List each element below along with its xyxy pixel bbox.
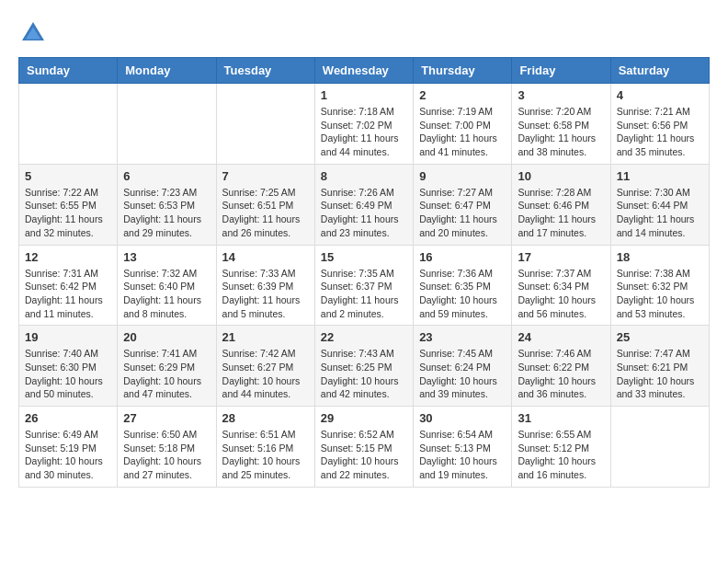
calendar-cell: 16Sunrise: 7:36 AMSunset: 6:35 PMDayligh… — [414, 245, 512, 326]
day-info: Sunrise: 7:43 AMSunset: 6:25 PMDaylight:… — [321, 347, 407, 401]
calendar-cell: 7Sunrise: 7:25 AMSunset: 6:51 PMDaylight… — [216, 164, 314, 245]
calendar-cell: 28Sunrise: 6:51 AMSunset: 5:16 PMDayligh… — [216, 407, 314, 488]
day-number: 7 — [222, 169, 309, 183]
calendar-cell: 3Sunrise: 7:20 AMSunset: 6:58 PMDaylight… — [512, 84, 610, 165]
calendar-table: SundayMondayTuesdayWednesdayThursdayFrid… — [18, 57, 710, 488]
calendar-header-sunday: Sunday — [19, 58, 118, 84]
day-number: 16 — [419, 250, 506, 264]
calendar-header-saturday: Saturday — [610, 58, 709, 84]
calendar-cell: 5Sunrise: 7:22 AMSunset: 6:55 PMDaylight… — [19, 164, 118, 245]
calendar-cell: 26Sunrise: 6:49 AMSunset: 5:19 PMDayligh… — [19, 407, 118, 488]
day-number: 23 — [419, 330, 506, 344]
day-info: Sunrise: 6:54 AMSunset: 5:13 PMDaylight:… — [419, 428, 506, 482]
day-info: Sunrise: 7:28 AMSunset: 6:46 PMDaylight:… — [518, 186, 604, 240]
calendar-week-row: 12Sunrise: 7:31 AMSunset: 6:42 PMDayligh… — [19, 245, 710, 326]
day-number: 25 — [617, 330, 703, 344]
day-info: Sunrise: 6:55 AMSunset: 5:12 PMDaylight:… — [518, 428, 604, 482]
calendar-cell: 27Sunrise: 6:50 AMSunset: 5:18 PMDayligh… — [118, 407, 216, 488]
day-info: Sunrise: 7:18 AMSunset: 7:02 PMDaylight:… — [321, 105, 407, 159]
calendar-cell: 31Sunrise: 6:55 AMSunset: 5:12 PMDayligh… — [512, 407, 610, 488]
day-number: 1 — [321, 88, 407, 102]
calendar-cell — [216, 84, 314, 165]
day-number: 19 — [25, 330, 111, 344]
calendar-cell: 20Sunrise: 7:41 AMSunset: 6:29 PMDayligh… — [118, 326, 216, 407]
calendar-cell: 24Sunrise: 7:46 AMSunset: 6:22 PMDayligh… — [512, 326, 610, 407]
calendar-cell: 9Sunrise: 7:27 AMSunset: 6:47 PMDaylight… — [414, 164, 512, 245]
calendar-cell: 1Sunrise: 7:18 AMSunset: 7:02 PMDaylight… — [314, 84, 413, 165]
day-info: Sunrise: 7:41 AMSunset: 6:29 PMDaylight:… — [123, 347, 210, 401]
calendar-header-row: SundayMondayTuesdayWednesdayThursdayFrid… — [19, 58, 710, 84]
logo-icon — [18, 18, 48, 48]
day-number: 3 — [518, 88, 604, 102]
calendar-cell: 15Sunrise: 7:35 AMSunset: 6:37 PMDayligh… — [314, 245, 413, 326]
day-number: 8 — [321, 169, 407, 183]
calendar-cell: 23Sunrise: 7:45 AMSunset: 6:24 PMDayligh… — [414, 326, 512, 407]
calendar-cell: 22Sunrise: 7:43 AMSunset: 6:25 PMDayligh… — [314, 326, 413, 407]
calendar-cell: 4Sunrise: 7:21 AMSunset: 6:56 PMDaylight… — [610, 84, 709, 165]
day-info: Sunrise: 7:22 AMSunset: 6:55 PMDaylight:… — [25, 186, 111, 240]
calendar-cell — [610, 407, 709, 488]
day-info: Sunrise: 7:42 AMSunset: 6:27 PMDaylight:… — [222, 347, 309, 401]
calendar-cell: 17Sunrise: 7:37 AMSunset: 6:34 PMDayligh… — [512, 245, 610, 326]
day-number: 9 — [419, 169, 506, 183]
day-info: Sunrise: 7:31 AMSunset: 6:42 PMDaylight:… — [25, 267, 111, 321]
day-info: Sunrise: 7:25 AMSunset: 6:51 PMDaylight:… — [222, 186, 309, 240]
calendar-cell: 30Sunrise: 6:54 AMSunset: 5:13 PMDayligh… — [414, 407, 512, 488]
calendar-week-row: 19Sunrise: 7:40 AMSunset: 6:30 PMDayligh… — [19, 326, 710, 407]
calendar-cell: 6Sunrise: 7:23 AMSunset: 6:53 PMDaylight… — [118, 164, 216, 245]
day-number: 10 — [518, 169, 604, 183]
day-number: 14 — [222, 250, 309, 264]
day-number: 4 — [617, 88, 703, 102]
day-number: 18 — [617, 250, 703, 264]
day-number: 28 — [222, 411, 309, 425]
calendar-week-row: 26Sunrise: 6:49 AMSunset: 5:19 PMDayligh… — [19, 407, 710, 488]
day-info: Sunrise: 7:38 AMSunset: 6:32 PMDaylight:… — [617, 267, 703, 321]
day-number: 17 — [518, 250, 604, 264]
day-info: Sunrise: 7:36 AMSunset: 6:35 PMDaylight:… — [419, 267, 506, 321]
day-number: 31 — [518, 411, 604, 425]
calendar-cell: 12Sunrise: 7:31 AMSunset: 6:42 PMDayligh… — [19, 245, 118, 326]
calendar-header-tuesday: Tuesday — [216, 58, 314, 84]
calendar-header-monday: Monday — [118, 58, 216, 84]
day-info: Sunrise: 7:26 AMSunset: 6:49 PMDaylight:… — [321, 186, 407, 240]
day-info: Sunrise: 6:49 AMSunset: 5:19 PMDaylight:… — [25, 428, 111, 482]
day-info: Sunrise: 7:35 AMSunset: 6:37 PMDaylight:… — [321, 267, 407, 321]
day-info: Sunrise: 7:21 AMSunset: 6:56 PMDaylight:… — [617, 105, 703, 159]
day-number: 26 — [25, 411, 111, 425]
day-info: Sunrise: 6:52 AMSunset: 5:15 PMDaylight:… — [321, 428, 407, 482]
day-number: 21 — [222, 330, 309, 344]
calendar-cell: 25Sunrise: 7:47 AMSunset: 6:21 PMDayligh… — [610, 326, 709, 407]
day-info: Sunrise: 7:46 AMSunset: 6:22 PMDaylight:… — [518, 347, 604, 401]
day-info: Sunrise: 7:23 AMSunset: 6:53 PMDaylight:… — [123, 186, 210, 240]
day-info: Sunrise: 7:40 AMSunset: 6:30 PMDaylight:… — [25, 347, 111, 401]
calendar-cell: 14Sunrise: 7:33 AMSunset: 6:39 PMDayligh… — [216, 245, 314, 326]
calendar-cell: 8Sunrise: 7:26 AMSunset: 6:49 PMDaylight… — [314, 164, 413, 245]
calendar-cell: 2Sunrise: 7:19 AMSunset: 7:00 PMDaylight… — [414, 84, 512, 165]
day-number: 6 — [123, 169, 210, 183]
calendar-cell: 19Sunrise: 7:40 AMSunset: 6:30 PMDayligh… — [19, 326, 118, 407]
day-number: 2 — [419, 88, 506, 102]
calendar-header-thursday: Thursday — [414, 58, 512, 84]
day-info: Sunrise: 7:33 AMSunset: 6:39 PMDaylight:… — [222, 267, 309, 321]
day-number: 22 — [321, 330, 407, 344]
calendar-header-friday: Friday — [512, 58, 610, 84]
day-number: 24 — [518, 330, 604, 344]
day-number: 12 — [25, 250, 111, 264]
day-number: 27 — [123, 411, 210, 425]
calendar-cell: 21Sunrise: 7:42 AMSunset: 6:27 PMDayligh… — [216, 326, 314, 407]
day-number: 20 — [123, 330, 210, 344]
day-info: Sunrise: 6:51 AMSunset: 5:16 PMDaylight:… — [222, 428, 309, 482]
day-info: Sunrise: 6:50 AMSunset: 5:18 PMDaylight:… — [123, 428, 210, 482]
day-info: Sunrise: 7:37 AMSunset: 6:34 PMDaylight:… — [518, 267, 604, 321]
calendar-cell: 10Sunrise: 7:28 AMSunset: 6:46 PMDayligh… — [512, 164, 610, 245]
calendar-cell — [19, 84, 118, 165]
day-number: 13 — [123, 250, 210, 264]
page-header — [18, 18, 710, 48]
day-number: 11 — [617, 169, 703, 183]
day-info: Sunrise: 7:19 AMSunset: 7:00 PMDaylight:… — [419, 105, 506, 159]
day-info: Sunrise: 7:27 AMSunset: 6:47 PMDaylight:… — [419, 186, 506, 240]
day-info: Sunrise: 7:47 AMSunset: 6:21 PMDaylight:… — [617, 347, 703, 401]
calendar-week-row: 5Sunrise: 7:22 AMSunset: 6:55 PMDaylight… — [19, 164, 710, 245]
calendar-cell: 29Sunrise: 6:52 AMSunset: 5:15 PMDayligh… — [314, 407, 413, 488]
calendar-cell — [118, 84, 216, 165]
